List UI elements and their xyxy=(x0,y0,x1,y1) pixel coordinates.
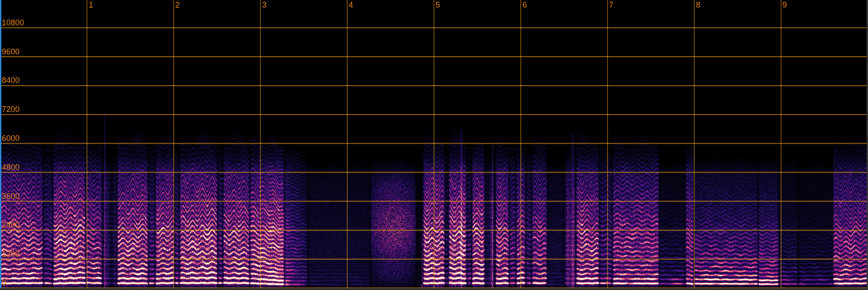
track-border-bottom xyxy=(0,288,868,290)
spectrogram-canvas[interactable] xyxy=(0,0,868,290)
spectrogram-view: 10800960084007200600048003600240012000 1… xyxy=(0,0,868,290)
playback-cursor-line xyxy=(0,0,1,288)
